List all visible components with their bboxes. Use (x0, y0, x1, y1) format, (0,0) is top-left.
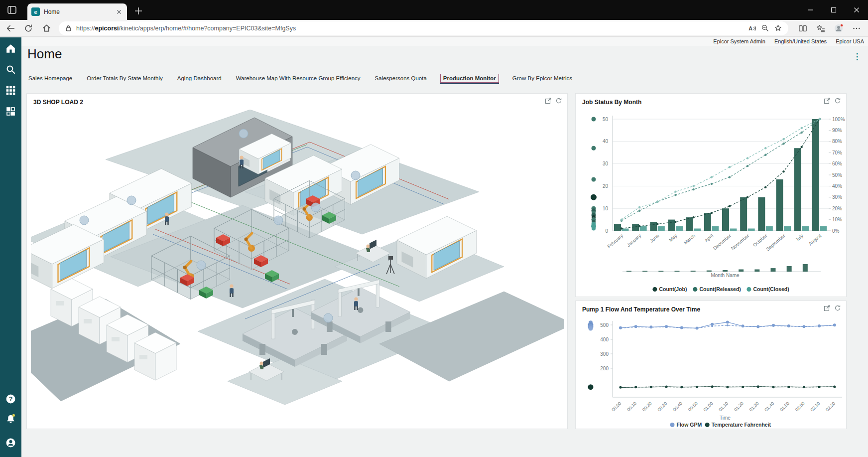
svg-text:00:00: 00:00 (611, 401, 622, 412)
sidebar-user-profile-icon[interactable] (4, 437, 17, 449)
main-content: Epicor System Admin English/United State… (21, 37, 868, 457)
window-minimize-button[interactable] (799, 0, 822, 20)
svg-text:August: August (807, 233, 822, 247)
svg-text:400: 400 (600, 337, 609, 342)
svg-text:March: March (683, 233, 696, 245)
svg-text:02:00: 02:00 (794, 401, 806, 412)
svg-text:00:40: 00:40 (672, 401, 683, 412)
svg-text:00:20: 00:20 (641, 401, 653, 412)
svg-text:Count(Released): Count(Released) (699, 286, 741, 292)
panel-maximize-icon[interactable] (824, 97, 831, 104)
svg-text:200: 200 (600, 366, 609, 371)
read-aloud-icon[interactable]: A (745, 22, 758, 34)
session-locale[interactable]: English/United States (774, 38, 827, 44)
shop-panel-title: 3D SHOP LOAD 2 (33, 99, 83, 106)
favorite-star-icon[interactable] (771, 22, 784, 34)
job-status-chart: 010203040500%10%20%30%40%50%60%70%80%90%… (576, 109, 847, 298)
svg-text:00:30: 00:30 (657, 401, 668, 412)
svg-text:May: May (668, 233, 678, 243)
tab-close-icon[interactable] (115, 8, 123, 16)
svg-text:02:20: 02:20 (825, 401, 836, 412)
sidebar-dashboards-icon[interactable] (4, 105, 17, 118)
dashboard-tab-production-monitor[interactable]: Production Monitor (440, 74, 499, 83)
session-company[interactable]: Epicor USA (836, 38, 864, 44)
panel-shop-load: 3D SHOP LOAD 2 (26, 93, 568, 429)
panel-maximize-icon[interactable] (545, 97, 552, 104)
reload-button[interactable] (21, 21, 36, 35)
dashboard-tab-sales-homepage[interactable]: Sales Homepage (27, 74, 73, 83)
window-controls (799, 0, 868, 20)
svg-text:90%: 90% (832, 128, 842, 133)
svg-text:01:20: 01:20 (733, 401, 744, 412)
svg-text:A: A (748, 25, 752, 31)
svg-text:Count(Closed): Count(Closed) (753, 286, 789, 292)
svg-text:September: September (765, 233, 786, 252)
overflow-menu-icon[interactable]: ⋮ (852, 51, 862, 62)
svg-text:July: July (794, 233, 804, 242)
sidebar-search-icon[interactable] (4, 63, 17, 76)
address-bar[interactable]: https://epicorsi/kinetic/apps/erp/home/#… (59, 21, 788, 35)
window-maximize-button[interactable] (822, 0, 845, 20)
zoom-out-icon[interactable] (758, 22, 771, 34)
sidebar-notifications-bell-icon[interactable] (4, 413, 17, 425)
svg-text:Time: Time (720, 415, 731, 421)
svg-text:50%: 50% (832, 172, 842, 178)
svg-text:02:10: 02:10 (810, 401, 821, 412)
svg-text:01:40: 01:40 (763, 401, 775, 412)
svg-text:20%: 20% (832, 206, 842, 211)
panel-maximize-icon[interactable] (824, 305, 831, 311)
browser-tab[interactable]: e Home (27, 3, 127, 20)
svg-text:February: February (606, 233, 624, 249)
epicor-favicon: e (31, 7, 40, 16)
svg-text:0%: 0% (832, 228, 840, 234)
dashboard-tab-grow-by-epicor-metrics[interactable]: Grow By Epicor Metrics (511, 74, 573, 83)
svg-text:10%: 10% (832, 217, 842, 222)
svg-text:40: 40 (603, 139, 609, 144)
svg-text:Temperature Fahrenheit: Temperature Fahrenheit (712, 422, 771, 428)
dashboard-tabs: Sales HomepageOrder Totals By State Mont… (27, 73, 853, 83)
dashboard-tab-order-totals-by-state-monthly[interactable]: Order Totals By State Monthly (86, 74, 164, 83)
profile-avatar[interactable] (831, 21, 846, 35)
split-screen-icon[interactable] (795, 21, 810, 35)
svg-text:November: November (730, 233, 750, 251)
dashboard-area: 3D SHOP LOAD 2 (21, 93, 868, 457)
dashboard-tab-aging-dashboard[interactable]: Aging Dashboard (176, 74, 223, 83)
session-bar: Epicor System Admin English/United State… (21, 37, 868, 46)
svg-text:Flow GPM: Flow GPM (677, 422, 702, 428)
new-tab-button[interactable] (132, 5, 145, 18)
back-button[interactable] (3, 21, 18, 35)
svg-text:01:00: 01:00 (703, 401, 714, 412)
home-button[interactable] (39, 21, 54, 35)
tab-actions-icon[interactable] (6, 4, 18, 16)
sidebar-home-icon[interactable] (4, 42, 17, 55)
svg-text:500: 500 (600, 322, 609, 328)
favorites-collections-icon[interactable] (813, 21, 828, 35)
session-user[interactable]: Epicor System Admin (713, 38, 765, 44)
tab-title: Home (44, 8, 115, 15)
settings-ellipsis-icon[interactable] (849, 21, 864, 35)
svg-text:50: 50 (603, 117, 609, 122)
dashboard-tab-warehouse-map-with-resource-group-efficiency[interactable]: Warehouse Map With Resource Group Effici… (235, 74, 362, 83)
browser-toolbar: https://epicorsi/kinetic/apps/erp/home/#… (0, 20, 868, 37)
panel-refresh-icon[interactable] (834, 97, 841, 104)
svg-text:December: December (712, 233, 733, 251)
svg-text:80%: 80% (832, 139, 842, 144)
panel-refresh-icon[interactable] (834, 305, 841, 311)
svg-text:10: 10 (603, 206, 609, 211)
svg-text:?: ? (9, 396, 13, 403)
pump-panel-title: Pump 1 Flow And Temperature Over Time (582, 306, 700, 313)
svg-text:June: June (649, 233, 660, 244)
url-text: https://epicorsi/kinetic/apps/erp/home/#… (76, 25, 745, 32)
browser-titlebar: e Home (0, 0, 868, 20)
dashboard-tab-salespersons-quota[interactable]: Salespersons Quota (374, 74, 428, 83)
job-panel-title: Job Status By Month (582, 99, 641, 106)
svg-text:01:10: 01:10 (718, 401, 729, 412)
svg-text:100%: 100% (832, 117, 845, 122)
sidebar-help-icon[interactable]: ? (4, 393, 17, 405)
panel-refresh-icon[interactable] (555, 97, 562, 104)
svg-text:Count(Job): Count(Job) (659, 286, 687, 292)
sidebar-apps-grid-icon[interactable] (4, 84, 17, 97)
page-title: Home (27, 46, 62, 62)
window-close-button[interactable] (845, 0, 868, 20)
svg-text:00:10: 00:10 (626, 401, 637, 412)
